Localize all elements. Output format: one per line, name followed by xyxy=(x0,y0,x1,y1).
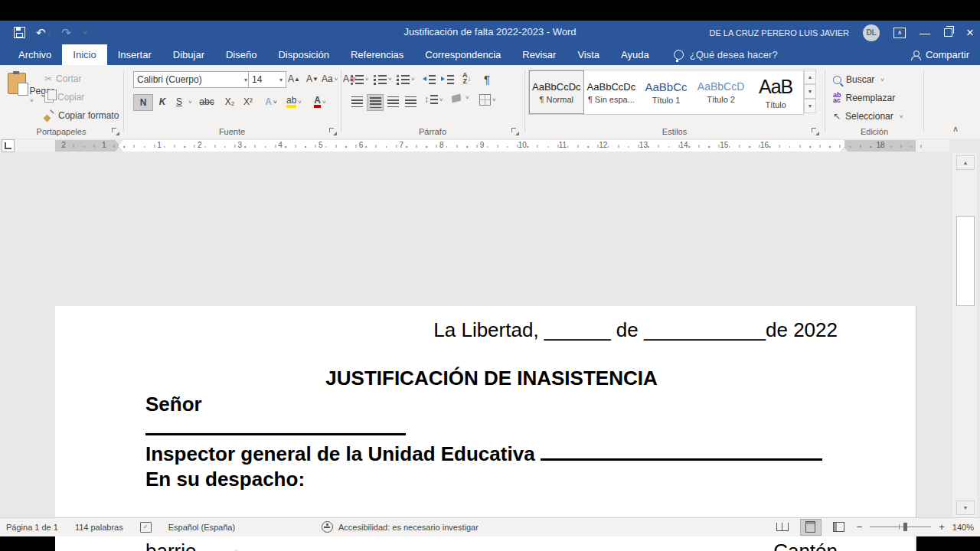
sort-button[interactable]: AZ↓ xyxy=(462,72,472,84)
font-size-combo[interactable]: 14▾ xyxy=(248,71,286,88)
page-indicator[interactable]: Página 1 de 1 xyxy=(6,523,58,532)
multilevel-list-button[interactable]: ˅ xyxy=(397,74,415,83)
tab-referencias[interactable]: Referencias xyxy=(340,44,414,65)
zoom-level[interactable]: 140% xyxy=(952,523,974,532)
align-left-button[interactable] xyxy=(349,94,364,109)
zoom-in-button[interactable]: + xyxy=(939,521,945,533)
line-spacing-button[interactable]: ↕˅ xyxy=(424,94,443,105)
word-count[interactable]: 114 palabras xyxy=(75,523,123,532)
avatar[interactable]: DL xyxy=(863,24,880,41)
replace-button[interactable]: abac Reemplazar xyxy=(833,90,895,106)
find-button[interactable]: Buscar˅ xyxy=(833,72,884,87)
underline-button[interactable]: S xyxy=(170,94,188,109)
tab-archivo[interactable]: Archivo xyxy=(8,44,62,65)
document-page[interactable]: La Libertad, ______ de ___________de 202… xyxy=(55,306,916,551)
style-sinespa[interactable]: AaBbCcDc¶ Sin espa... xyxy=(584,70,639,114)
style-título1[interactable]: AaBbCcTítulo 1 xyxy=(639,70,694,114)
font-color-button[interactable]: A˅ xyxy=(311,94,329,109)
horizontal-ruler[interactable]: 211234567891011121314151618 xyxy=(15,140,949,152)
styles-gallery-expand-icon[interactable]: ▼ xyxy=(804,99,816,113)
tab-dibujar[interactable]: Dibujar xyxy=(162,44,215,65)
copy-icon xyxy=(44,92,54,103)
share-button[interactable]: Compartir xyxy=(911,44,969,65)
tab-insertar[interactable]: Insertar xyxy=(107,44,162,65)
redo-icon[interactable]: ↷ xyxy=(61,27,71,38)
underline-dropdown-icon[interactable]: ˅ xyxy=(188,99,192,106)
font-dialog-launcher-icon[interactable] xyxy=(329,128,337,135)
style-título[interactable]: AaBTítulo xyxy=(748,70,803,114)
letterbox-top xyxy=(0,0,980,21)
decrease-indent-button[interactable] xyxy=(423,74,436,83)
save-icon[interactable] xyxy=(14,27,25,38)
styles-scroll-down-icon[interactable]: ▼ xyxy=(804,84,816,99)
first-line-indent-marker[interactable] xyxy=(115,140,122,145)
font-family-combo[interactable]: Calibri (Cuerpo)▾ xyxy=(133,71,251,88)
format-painter-button[interactable]: Copiar formato xyxy=(44,110,119,121)
styles-dialog-launcher-icon[interactable] xyxy=(812,128,819,135)
language-indicator[interactable]: Español (España) xyxy=(168,523,235,532)
tab-revisar[interactable]: Revisar xyxy=(511,44,567,65)
scroll-down-icon[interactable]: ▼ xyxy=(956,500,975,515)
proofing-icon[interactable]: ✓ xyxy=(140,522,152,533)
subscript-button[interactable]: X₂ xyxy=(220,94,239,109)
tab-selector[interactable] xyxy=(2,139,15,152)
web-layout-button[interactable] xyxy=(829,520,849,535)
restore-button[interactable] xyxy=(944,28,952,37)
borders-button[interactable]: ˅ xyxy=(479,94,496,106)
style-título2[interactable]: AaBbCcDTítulo 2 xyxy=(694,70,749,114)
highlight-button[interactable]: ab˅ xyxy=(285,94,303,109)
style-normal[interactable]: AaBbCcDc¶ Normal xyxy=(529,70,584,114)
scroll-up-icon[interactable]: ▲ xyxy=(956,155,975,170)
shading-button[interactable]: ˅ xyxy=(452,94,469,101)
print-layout-button[interactable] xyxy=(800,519,822,536)
cut-button[interactable]: ✂Cortar xyxy=(44,73,81,84)
accessibility-status[interactable]: Accesibilidad: es necesario investigar xyxy=(322,518,479,536)
tab-ayuda[interactable]: Ayuda xyxy=(610,44,660,65)
clipboard-dialog-launcher-icon[interactable] xyxy=(112,128,119,135)
tab-vista[interactable]: Vista xyxy=(567,44,610,65)
close-button[interactable]: × xyxy=(966,26,974,39)
collapse-ribbon-icon[interactable]: ∧ xyxy=(952,124,959,134)
font-group-label: Fuente xyxy=(124,127,340,136)
borders-icon xyxy=(479,94,491,106)
ribbon-display-options-icon[interactable]: ∧ xyxy=(893,28,906,38)
text-effects-button[interactable]: A˅ xyxy=(262,94,280,109)
zoom-out-button[interactable]: − xyxy=(857,521,863,533)
tab-diseño[interactable]: Diseño xyxy=(215,44,267,65)
tab-disposición[interactable]: Disposición xyxy=(267,44,339,65)
tab-inicio[interactable]: Inicio xyxy=(62,44,106,65)
align-right-button[interactable] xyxy=(385,94,400,109)
zoom-slider[interactable] xyxy=(870,527,931,528)
show-marks-button[interactable]: ¶ xyxy=(484,73,490,86)
styles-scroll-up-icon[interactable]: ▲ xyxy=(804,70,816,84)
multilevel-list-icon xyxy=(397,74,410,83)
inspector-line: Inspector general de la Unidad Educativa xyxy=(145,442,838,466)
user-name[interactable]: DE LA CRUZ PERERO LUIS JAVIER xyxy=(709,28,849,37)
read-mode-button[interactable] xyxy=(773,520,792,535)
numbering-button[interactable]: ˅ xyxy=(374,74,392,83)
scrollbar-thumb[interactable] xyxy=(956,216,975,306)
tell-me-box[interactable]: ¿Qué desea hacer? xyxy=(660,44,778,65)
strikethrough-button[interactable]: abc xyxy=(198,94,216,109)
undo-button[interactable]: ↶˅ xyxy=(36,26,51,40)
grow-font-button[interactable]: A▲ xyxy=(285,71,303,86)
justify-button[interactable] xyxy=(403,94,418,109)
copy-button[interactable]: Copiar xyxy=(44,92,84,103)
bullets-button[interactable]: ˅ xyxy=(351,74,369,83)
minimize-button[interactable]: — xyxy=(920,28,930,38)
shrink-font-button[interactable]: A▼ xyxy=(303,71,322,86)
increase-indent-button[interactable] xyxy=(441,74,454,83)
bold-button[interactable]: N xyxy=(133,94,153,111)
align-center-button[interactable] xyxy=(367,94,384,111)
change-case-button[interactable]: Aa˅ xyxy=(320,71,339,86)
italic-button[interactable]: K xyxy=(153,94,172,109)
superscript-button[interactable]: X² xyxy=(239,94,257,109)
tab-correspondencia[interactable]: Correspondencia xyxy=(414,44,511,65)
hanging-indent-marker[interactable] xyxy=(115,147,122,152)
right-indent-marker[interactable] xyxy=(841,147,848,152)
customize-qat-icon[interactable]: ▾ xyxy=(83,28,87,37)
zoom-slider-thumb[interactable] xyxy=(903,523,907,531)
paragraph-dialog-launcher-icon[interactable] xyxy=(511,128,519,135)
vertical-scrollbar[interactable]: ▲ ▼ xyxy=(952,153,977,517)
select-button[interactable]: ↖ Seleccionar˅ xyxy=(833,109,903,124)
